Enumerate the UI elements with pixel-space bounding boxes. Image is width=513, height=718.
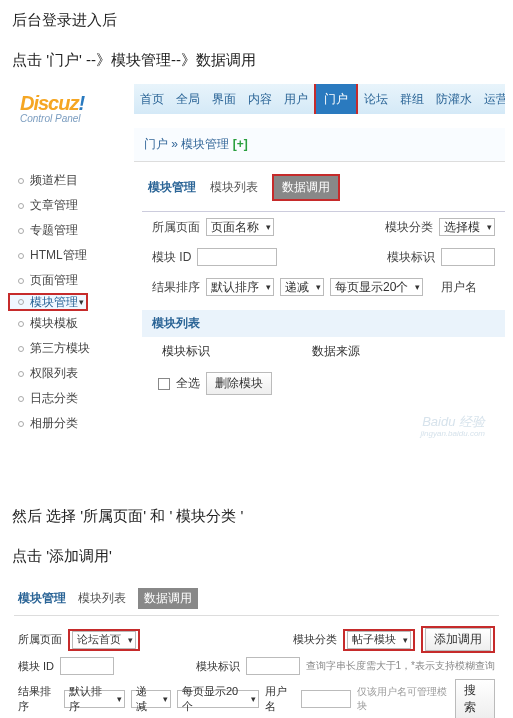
username2-label: 用户名 xyxy=(265,684,295,714)
sidebar-item-article[interactable]: 文章管理 xyxy=(8,193,134,218)
col-flag: 模块标识 xyxy=(162,343,312,360)
top-nav: 首页 全局 界面 内容 用户 门户 论坛 群组 防灌水 运营 应用 工 xyxy=(134,84,505,114)
tab2-data-call[interactable]: 数据调用 xyxy=(138,588,198,609)
nav-ui[interactable]: 界面 xyxy=(206,91,242,108)
admin-panel-screenshot-2: 模块管理 模块列表 数据调用 所属页面 论坛首页 模块分类 帖子模块 添加调用 … xyxy=(8,580,505,718)
nav-global[interactable]: 全局 xyxy=(170,91,206,108)
tab2-module-manage[interactable]: 模块管理 xyxy=(18,590,66,607)
module-flag2-label: 模块标识 xyxy=(196,659,240,674)
sort-label: 结果排序 xyxy=(152,279,200,296)
dot-icon xyxy=(18,396,24,402)
order-select[interactable]: 递减 xyxy=(280,278,324,296)
subtabs-2: 模块管理 模块列表 数据调用 xyxy=(14,586,499,615)
perpage2-select[interactable]: 每页显示20个 xyxy=(177,690,259,708)
tab-data-call[interactable]: 数据调用 xyxy=(272,174,340,201)
nav-user[interactable]: 用户 xyxy=(278,91,314,108)
dot-icon xyxy=(18,321,24,327)
category2-label: 模块分类 xyxy=(293,632,337,647)
module-id2-label: 模块 ID xyxy=(18,659,54,674)
module-flag2-input[interactable] xyxy=(246,657,300,675)
page-select[interactable]: 页面名称 xyxy=(206,218,274,236)
breadcrumb: 门户 » 模块管理 [+] xyxy=(134,128,505,162)
module-id-input[interactable] xyxy=(197,248,277,266)
sidebar-item-channel[interactable]: 频道栏目 xyxy=(8,168,134,193)
nav-home[interactable]: 首页 xyxy=(134,91,170,108)
sort-select[interactable]: 默认排序 xyxy=(206,278,274,296)
breadcrumb-plus-icon[interactable]: [+] xyxy=(233,137,248,151)
tab2-module-list[interactable]: 模块列表 xyxy=(78,590,126,607)
nav-antispam[interactable]: 防灌水 xyxy=(430,91,478,108)
dot-icon xyxy=(18,253,24,259)
order2-select[interactable]: 递减 xyxy=(131,690,171,708)
add-call-button[interactable]: 添加调用 xyxy=(425,628,491,651)
logo-area: Discuz! Control Panel xyxy=(8,84,134,128)
dot-icon xyxy=(18,371,24,377)
module-flag-label: 模块标识 xyxy=(387,249,435,266)
sidebar-item-album[interactable]: 相册分类 xyxy=(8,411,134,436)
sidebar: 频道栏目 文章管理 专题管理 HTML管理 页面管理 模块管理 模块模板 第三方… xyxy=(8,162,134,442)
nav-group[interactable]: 群组 xyxy=(394,91,430,108)
sidebar-item-log[interactable]: 日志分类 xyxy=(8,386,134,411)
discuz-logo: Discuz! xyxy=(20,92,134,115)
tab-module-list[interactable]: 模块列表 xyxy=(210,179,258,196)
control-panel-label: Control Panel xyxy=(20,113,134,124)
breadcrumb-module[interactable]: 模块管理 xyxy=(181,137,229,151)
dot-icon xyxy=(18,346,24,352)
sort2-label: 结果排序 xyxy=(18,684,58,714)
query-note: 查询字串长度需大于1，*表示支持模糊查询 xyxy=(306,659,495,673)
instruction-line-3: 然后 选择 '所属页面' 和 ' 模块分类 ' xyxy=(0,496,513,536)
search-button[interactable]: 搜索 xyxy=(455,679,495,718)
page-label: 所属页面 xyxy=(152,219,200,236)
module-id2-input[interactable] xyxy=(60,657,114,675)
watermark: Baidu 经验 jingyan.baidu.com xyxy=(142,409,505,442)
sidebar-item-permission[interactable]: 权限列表 xyxy=(8,361,134,386)
username-label: 用户名 xyxy=(441,279,477,296)
sidebar-item-module-template[interactable]: 模块模板 xyxy=(8,311,134,336)
category-label: 模块分类 xyxy=(385,219,433,236)
category2-select[interactable]: 帖子模块 xyxy=(347,631,411,649)
nav-forum[interactable]: 论坛 xyxy=(358,91,394,108)
table-header: 模块标识 数据来源 xyxy=(142,337,505,366)
module-id-label: 模块 ID xyxy=(152,249,191,266)
sidebar-item-thirdparty[interactable]: 第三方模块 xyxy=(8,336,134,361)
sidebar-item-module-manage[interactable]: 模块管理 xyxy=(8,293,88,311)
instruction-line-1: 后台登录进入后 xyxy=(0,0,513,40)
main-content: 模块管理 模块列表 数据调用 所属页面 页面名称 模块分类 选择模 模块 ID … xyxy=(134,162,505,442)
dot-icon xyxy=(18,421,24,427)
nav-portal[interactable]: 门户 xyxy=(314,84,358,114)
nav-operate[interactable]: 运营 xyxy=(478,91,505,108)
dot-icon xyxy=(18,299,24,305)
sort2-select[interactable]: 默认排序 xyxy=(64,690,124,708)
module-list-header: 模块列表 xyxy=(142,310,505,337)
subtabs: 模块管理 模块列表 数据调用 xyxy=(142,170,505,212)
tab-module-manage[interactable]: 模块管理 xyxy=(148,179,196,196)
dot-icon xyxy=(18,228,24,234)
breadcrumb-portal[interactable]: 门户 xyxy=(144,137,168,151)
instruction-line-4: 点击 '添加调用' xyxy=(0,536,513,576)
sidebar-item-topic[interactable]: 专题管理 xyxy=(8,218,134,243)
dot-icon xyxy=(18,203,24,209)
col-source: 数据来源 xyxy=(312,343,360,360)
delete-module-button[interactable]: 删除模块 xyxy=(206,372,272,395)
category-select[interactable]: 选择模 xyxy=(439,218,495,236)
sidebar-item-page[interactable]: 页面管理 xyxy=(8,268,134,293)
sidebar-item-html[interactable]: HTML管理 xyxy=(8,243,134,268)
select-all-label: 全选 xyxy=(176,375,200,392)
module-flag-input[interactable] xyxy=(441,248,495,266)
select-all-checkbox[interactable] xyxy=(158,378,170,390)
page2-label: 所属页面 xyxy=(18,632,62,647)
instruction-line-2: 点击 '门户' --》模块管理--》数据调用 xyxy=(0,40,513,80)
page2-select[interactable]: 论坛首页 xyxy=(72,631,136,649)
perpage-select[interactable]: 每页显示20个 xyxy=(330,278,423,296)
username-note: 仅该用户名可管理模块 xyxy=(357,685,449,713)
nav-content[interactable]: 内容 xyxy=(242,91,278,108)
username2-input[interactable] xyxy=(301,690,351,708)
dot-icon xyxy=(18,178,24,184)
admin-panel-screenshot-1: Discuz! Control Panel 首页 全局 界面 内容 用户 门户 … xyxy=(8,84,505,442)
dot-icon xyxy=(18,278,24,284)
